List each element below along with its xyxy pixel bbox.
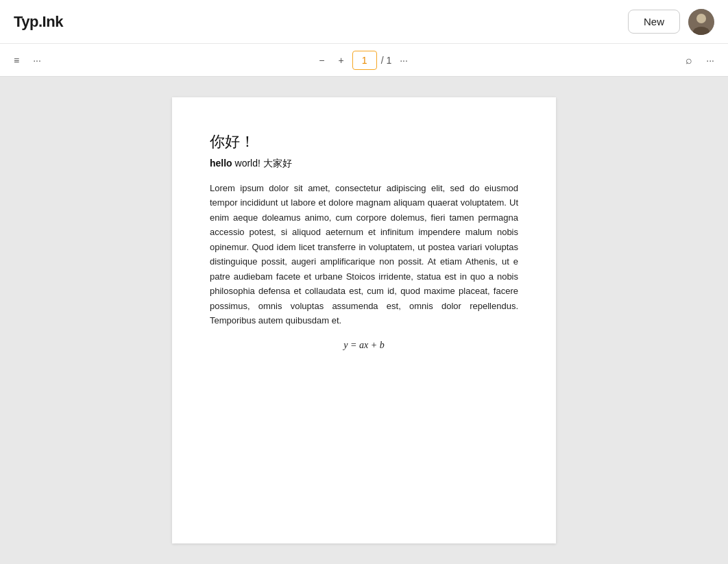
more-mid-button[interactable]: ··· <box>394 51 413 69</box>
page-input[interactable] <box>352 51 377 70</box>
more-left-button[interactable]: ··· <box>27 51 47 69</box>
more-mid-icon: ··· <box>400 55 408 66</box>
zoom-out-icon: − <box>319 55 324 66</box>
header-right: New <box>628 9 714 35</box>
toolbar: ≡ ··· − + / 1 ··· ⌕ ··· <box>0 44 728 77</box>
math-formula: y = ax + b <box>210 340 518 351</box>
avatar[interactable] <box>688 9 714 35</box>
search-button[interactable]: ⌕ <box>680 51 698 70</box>
main: ≡ ··· − + / 1 ··· ⌕ ··· <box>0 44 728 564</box>
page-subheading: hello world! 大家好 <box>210 158 518 170</box>
subheading-rest: world! 大家好 <box>232 158 292 169</box>
list-icon: ≡ <box>14 55 19 66</box>
more-right-button[interactable]: ··· <box>701 51 720 69</box>
zoom-in-icon: + <box>338 55 343 66</box>
page-body: Lorem ipsum dolor sit amet, consectetur … <box>210 181 518 328</box>
new-button[interactable]: New <box>628 10 680 34</box>
document-page: 你好！ hello world! 大家好 Lorem ipsum dolor s… <box>172 97 556 543</box>
page-total: / 1 <box>381 55 392 66</box>
doc-scroll-area[interactable]: 你好！ hello world! 大家好 Lorem ipsum dolor s… <box>0 77 728 564</box>
subheading-bold: hello <box>210 158 232 169</box>
search-icon: ⌕ <box>685 54 692 66</box>
doc-container: 你好！ hello world! 大家好 Lorem ipsum dolor s… <box>0 77 728 564</box>
page-group: / 1 <box>352 51 392 70</box>
svg-point-1 <box>696 14 706 23</box>
header: Typ.Ink New <box>0 0 728 44</box>
logo: Typ.Ink <box>14 13 63 31</box>
zoom-out-button[interactable]: − <box>313 51 330 69</box>
page-heading: 你好！ <box>210 132 518 152</box>
outline-button[interactable]: ≡ <box>8 51 25 69</box>
zoom-in-button[interactable]: + <box>332 51 349 69</box>
more-left-icon: ··· <box>33 55 41 66</box>
zoom-group: − + <box>313 51 349 69</box>
more-right-icon: ··· <box>706 55 714 66</box>
